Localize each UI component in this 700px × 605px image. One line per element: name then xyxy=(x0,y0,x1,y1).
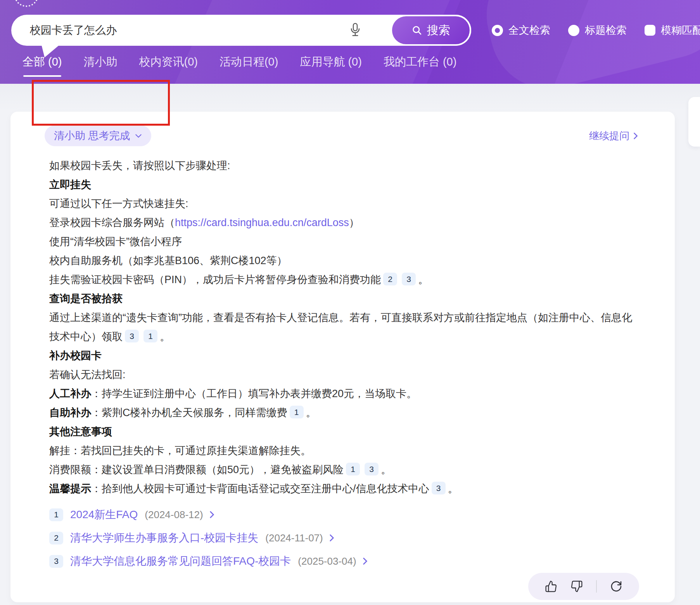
answer-body: 如果校园卡丢失，请按照以下步骤处理:立即挂失可通过以下任一方式快速挂失:登录校园… xyxy=(10,156,675,498)
citation-chip[interactable]: 3 xyxy=(125,330,139,342)
text: ：拾到他人校园卡可通过卡背面电话登记或交至注册中心/信息化技术中心 xyxy=(91,483,429,494)
text: ：持学生证到注册中心（工作日）填写补办表并缴费20元，当场取卡。 xyxy=(91,388,417,399)
answer-line: 登录校园卡综合服务网站（https://card.tsinghua.edu.cn… xyxy=(49,213,636,232)
answer-line: 通过上述渠道的“遗失卡查询”功能，查看是否有拾卡人登记信息。若有，可直接联系对方… xyxy=(49,308,636,346)
bold-text: 立即挂失 xyxy=(49,179,91,190)
bold-text: 自助补办 xyxy=(49,407,91,418)
bold-text: 人工补办 xyxy=(49,388,91,399)
citation-chip[interactable]: 3 xyxy=(432,482,446,494)
bold-text: 温馨提示 xyxy=(49,483,91,494)
text: 。 xyxy=(448,483,458,494)
text: 挂失需验证校园卡密码（PIN），成功后卡片将暂停身份查验和消费功能 xyxy=(49,274,381,285)
chevron-right-icon[interactable] xyxy=(209,511,214,519)
option-label: 模糊匹配 xyxy=(661,23,700,37)
option-label: 全文检索 xyxy=(508,23,550,37)
reference-list: 12024新生FAQ(2024-08-12)2清华大学师生办事服务入口-校园卡挂… xyxy=(10,503,675,573)
search-button[interactable]: 搜索 xyxy=(391,15,471,46)
chevron-down-icon xyxy=(135,134,142,138)
page: 校园卡丢了怎么办 搜索 全文检索标题检 xyxy=(0,0,700,605)
tab[interactable]: 我的工作台 (0) xyxy=(384,54,457,77)
answer-line: 如果校园卡丢失，请按照以下步骤处理: xyxy=(49,156,636,175)
citation-chip[interactable]: 1 xyxy=(143,330,157,342)
radio-icon[interactable] xyxy=(492,25,503,36)
university-logo-partial xyxy=(14,0,39,7)
answer-line: 温馨提示：拾到他人校园卡可通过卡背面电话登记或交至注册中心/信息化技术中心3。 xyxy=(49,479,636,498)
reference-number-chip: 2 xyxy=(49,532,63,544)
text: 。 xyxy=(418,274,429,285)
text: 。 xyxy=(160,331,170,342)
text: 校内自助服务机（如李兆基B106、紫荆C楼102等） xyxy=(49,255,287,266)
reference-item: 12024新生FAQ(2024-08-12) xyxy=(49,503,636,526)
reference-number-chip: 1 xyxy=(49,508,63,521)
header: 校园卡丢了怎么办 搜索 全文检索标题检 xyxy=(0,0,700,84)
text: ） xyxy=(349,217,360,228)
reference-link[interactable]: 清华大学信息化服务常见问题回答FAQ-校园卡 xyxy=(70,554,291,569)
assistant-status-pill[interactable]: 清小助 思考完成 xyxy=(45,125,151,146)
search-button-label: 搜索 xyxy=(427,22,450,38)
answer-line: 自助补办：紫荆C楼补办机全天候服务，同样需缴费1。 xyxy=(49,403,636,422)
reference-link[interactable]: 2024新生FAQ xyxy=(70,507,138,522)
answer-line: 解挂：若找回已挂失的卡，可通过原挂失渠道解除挂失。 xyxy=(49,441,636,460)
reference-item: 2清华大学师生办事服务入口-校园卡挂失(2024-11-07) xyxy=(49,526,636,550)
answer-card: 清小助 思考完成 继续提问 如果校园卡丢失，请 xyxy=(10,112,675,602)
chevron-right-icon[interactable] xyxy=(363,557,368,565)
microphone-icon[interactable] xyxy=(349,22,361,38)
text: 。 xyxy=(306,407,316,418)
citation-chip[interactable]: 1 xyxy=(346,463,360,475)
citation-chip[interactable]: 3 xyxy=(402,273,416,285)
tab[interactable]: 清小助 xyxy=(84,54,118,77)
bold-text: 查询是否被拾获 xyxy=(49,293,123,304)
assistant-status-label: 清小助 思考完成 xyxy=(54,129,130,143)
option-label: 标题检索 xyxy=(585,23,627,37)
reference-date: (2024-08-12) xyxy=(145,509,203,521)
checkbox-icon[interactable] xyxy=(645,25,655,36)
answer-line: 其他注意事项 xyxy=(49,422,636,441)
chevron-right-icon[interactable] xyxy=(329,534,334,542)
answer-line: 可通过以下任一方式快速挂失: xyxy=(49,194,636,213)
text: 使用“清华校园卡”微信小程序 xyxy=(49,236,182,247)
tab[interactable]: 活动日程(0) xyxy=(220,54,278,77)
bold-text: 补办校园卡 xyxy=(49,350,102,361)
text: 。 xyxy=(381,464,391,475)
tab[interactable]: 全部 (0) xyxy=(22,54,62,77)
citation-chip[interactable]: 2 xyxy=(383,273,397,285)
text: 消费限额：建议设置单日消费限额（如50元），避免被盗刷风险 xyxy=(49,464,344,475)
answer-actions xyxy=(528,573,639,600)
tab[interactable]: 校内资讯(0) xyxy=(139,54,198,77)
main-content: 清小助 思考完成 继续提问 如果校园卡丢失，请 xyxy=(0,84,700,605)
bold-text: 其他注意事项 xyxy=(49,426,112,437)
search-bar[interactable]: 校园卡丢了怎么办 搜索 xyxy=(11,15,471,46)
answer-line: 人工补办：持学生证到注册中心（工作日）填写补办表并缴费20元，当场取卡。 xyxy=(49,384,636,403)
answer-line: 消费限额：建议设置单日消费限额（如50元），避免被盗刷风险13。 xyxy=(49,460,636,479)
text: 如果校园卡丢失，请按照以下步骤处理: xyxy=(49,160,230,171)
reference-number-chip: 3 xyxy=(49,555,63,568)
continue-ask-label: 继续提问 xyxy=(589,129,629,143)
text: ：紫荆C楼补办机全天候服务，同样需缴费 xyxy=(91,407,287,418)
search-icon xyxy=(411,25,422,36)
continue-ask-button[interactable]: 继续提问 xyxy=(589,129,638,143)
text: 可通过以下任一方式快速挂失: xyxy=(49,198,188,209)
search-input[interactable]: 校园卡丢了怎么办 xyxy=(30,15,117,46)
option-fuzzy-match[interactable]: 模糊匹配 xyxy=(645,23,700,37)
regenerate-button[interactable] xyxy=(610,580,622,593)
option-title-search[interactable]: 标题检索 xyxy=(568,23,627,37)
annotation-highlight-box xyxy=(32,80,170,126)
answer-line: 若确认无法找回: xyxy=(49,365,636,384)
citation-chip[interactable]: 3 xyxy=(365,463,379,475)
thumbs-down-button[interactable] xyxy=(570,580,583,593)
thumbs-up-button[interactable] xyxy=(545,580,557,593)
radio-icon[interactable] xyxy=(568,25,579,36)
tab[interactable]: 应用导航 (0) xyxy=(300,54,362,77)
citation-chip[interactable]: 1 xyxy=(290,406,304,418)
reference-link[interactable]: 清华大学师生办事服务入口-校园卡挂失 xyxy=(70,531,258,545)
option-fulltext-search[interactable]: 全文检索 xyxy=(492,23,550,37)
reference-item: 3清华大学信息化服务常见问题回答FAQ-校园卡(2025-03-04) xyxy=(49,550,636,573)
reference-date: (2024-11-07) xyxy=(265,532,323,544)
chevron-right-icon xyxy=(633,132,638,140)
side-floating-widget[interactable] xyxy=(688,97,700,147)
text: 若确认无法找回: xyxy=(49,369,126,380)
answer-line: 补办校园卡 xyxy=(49,346,636,365)
inline-link[interactable]: https://card.tsinghua.edu.cn/cardLoss xyxy=(175,217,349,228)
text: 解挂：若找回已挂失的卡，可通过原挂失渠道解除挂失。 xyxy=(49,445,311,456)
text: 登录校园卡综合服务网站（ xyxy=(49,217,175,228)
